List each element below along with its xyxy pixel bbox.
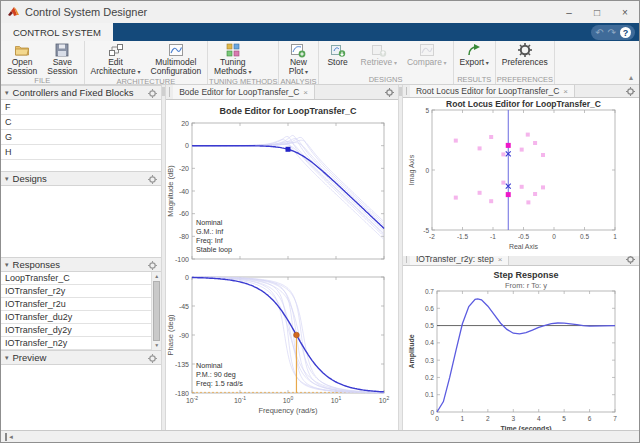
svg-text:0.4: 0.4	[425, 339, 434, 346]
list-item-h[interactable]: H	[1, 145, 161, 160]
list-item-iotransfer_n2y[interactable]: IOTransfer_n2y	[1, 337, 151, 350]
gear-icon[interactable]	[148, 256, 157, 274]
svg-text:-90: -90	[179, 332, 189, 339]
svg-text:-40: -40	[179, 188, 189, 195]
new-plot-button[interactable]: NewPlot ▾	[280, 41, 316, 77]
button-label: Plot ▾	[289, 67, 308, 77]
edit-architecture-button[interactable]: EditArchitecture ▾	[86, 41, 146, 77]
matlab-logo-icon	[7, 6, 20, 18]
scrollbar[interactable]: ▲▼	[151, 272, 161, 350]
collapse-section-icon[interactable]: ▾	[5, 261, 9, 269]
minimize-button[interactable]: –	[555, 1, 583, 23]
scroll-down-icon[interactable]: ▼	[152, 341, 161, 350]
svg-text:Bode Editor for LoopTransfer_C: Bode Editor for LoopTransfer_C	[220, 106, 358, 116]
list-item-c[interactable]: C	[1, 115, 161, 130]
collapse-ribbon-icon[interactable]: ▴	[629, 73, 639, 84]
tab-bode-editor[interactable]: Bode Editor for LoopTransfer_C ×	[173, 85, 315, 99]
scroll-thumb[interactable]	[153, 281, 160, 341]
bode-plot[interactable]: Bode Editor for LoopTransfer_C200-20-40-…	[166, 100, 397, 430]
preferences-button[interactable]: Preferences	[497, 41, 553, 75]
window-title: Control System Designer	[25, 6, 555, 18]
svg-text:-100: -100	[175, 256, 189, 263]
list-item-g[interactable]: G	[1, 130, 161, 145]
bode-editor-panel: Bode Editor for LoopTransfer_C × Bode Ed…	[166, 85, 398, 430]
svg-text:1: 1	[461, 415, 465, 422]
splitter-handle-icon[interactable]	[399, 87, 402, 96]
svg-text:G.M.: inf: G.M.: inf	[196, 227, 223, 236]
svg-text:P.M.: 90 deg: P.M.: 90 deg	[196, 370, 236, 379]
root-locus-figure: Root Locus Editor for LoopTransfer_C-2-1…	[403, 98, 639, 256]
tuning-methods-button[interactable]: TuningMethods ▾	[209, 41, 256, 77]
svg-text:4: 4	[537, 415, 541, 422]
svg-text:102: 102	[379, 395, 390, 404]
export-button[interactable]: Export ▾	[455, 41, 494, 75]
collapse-section-icon[interactable]: ▾	[5, 175, 9, 183]
section-header-designs[interactable]: ▾Designs	[1, 171, 161, 186]
bode-tab-bar: Bode Editor for LoopTransfer_C ×	[166, 85, 398, 100]
svg-text:-20: -20	[179, 165, 189, 172]
list-item-looptransfer_c[interactable]: LoopTransfer_C	[1, 272, 151, 285]
title-bar: Control System Designer – □ ×	[1, 1, 639, 23]
tab-control-system[interactable]: CONTROL SYSTEM	[1, 23, 113, 41]
multimodel-configuration-button[interactable]: MultimodelConfiguration	[146, 41, 207, 77]
svg-text:Magnitude (dB): Magnitude (dB)	[166, 165, 175, 217]
svg-text:-1.5: -1.5	[457, 233, 469, 240]
svg-text:101: 101	[331, 395, 342, 404]
svg-text:0.2: 0.2	[425, 374, 434, 381]
section-title: Preview	[13, 352, 149, 363]
drag-handle-icon[interactable]	[404, 87, 407, 95]
gear-icon[interactable]	[385, 85, 398, 99]
section-header-responses[interactable]: ▾Responses	[1, 257, 161, 272]
close-tab-icon[interactable]: ×	[303, 88, 308, 97]
svg-text:0.5: 0.5	[425, 322, 434, 329]
list-item-iotransfer_r2y[interactable]: IOTransfer_r2y	[1, 285, 151, 298]
svg-text:Stable loop: Stable loop	[196, 245, 232, 254]
svg-text:0: 0	[185, 142, 189, 149]
gear-icon[interactable]	[148, 349, 157, 367]
toolbar-group-preferences: PreferencesPREFERENCES	[496, 41, 555, 84]
button-label: Preferences	[502, 58, 548, 67]
svg-text:-135: -135	[175, 361, 189, 368]
step-response-plot[interactable]: Step ResponseFrom: r To: y0123456700.10.…	[403, 266, 639, 430]
redo-icon[interactable]: ↷	[608, 28, 616, 38]
undo-icon[interactable]: ↶	[595, 28, 603, 38]
list-item-iotransfer_r2u[interactable]: IOTransfer_r2u	[1, 298, 151, 311]
close-tab-icon[interactable]: ×	[563, 87, 568, 96]
preferences-icon	[517, 42, 533, 58]
drag-handle-icon[interactable]	[167, 87, 170, 97]
root-locus-plot[interactable]: Root Locus Editor for LoopTransfer_C-2-1…	[403, 98, 639, 252]
store-icon	[330, 42, 346, 58]
gear-icon[interactable]	[148, 170, 157, 188]
edit-architecture-icon	[108, 42, 124, 58]
svg-text:-45: -45	[179, 303, 189, 310]
close-button[interactable]: ×	[611, 1, 639, 23]
gear-icon[interactable]	[626, 85, 639, 97]
section-header-controllers-and-fixed-blocks[interactable]: ▾Controllers and Fixed Blocks	[1, 85, 161, 100]
help-icon[interactable]: ?	[620, 27, 631, 38]
splitter-handle-icon[interactable]	[162, 87, 165, 96]
store-button[interactable]: Store	[320, 41, 356, 75]
list-item-iotransfer_du2y[interactable]: IOTransfer_du2y	[1, 311, 151, 324]
dropdown-arrow-icon: ▾	[136, 69, 141, 75]
save-session-button[interactable]: SaveSession	[42, 41, 82, 76]
svg-text:2: 2	[486, 415, 490, 422]
maximize-button[interactable]: □	[583, 1, 611, 23]
toolbar-group-file: OpenSessionSaveSessionFILE	[1, 41, 85, 84]
svg-text:Freq: 1.5 rad/s: Freq: 1.5 rad/s	[196, 379, 243, 388]
collapse-browser-icon[interactable]: ◄	[5, 433, 14, 441]
step-response-panel: IOTransfer_r2y: step × Step ResponseFrom…	[403, 253, 639, 430]
collapse-section-icon[interactable]: ▾	[5, 354, 9, 362]
scroll-up-icon[interactable]: ▲	[152, 272, 161, 281]
drag-handle-icon[interactable]	[404, 255, 407, 263]
collapse-section-icon[interactable]: ▾	[5, 89, 9, 97]
toolbar-group-designs: StoreRetrieve ▾Compare ▾DESIGNS	[319, 41, 454, 84]
svg-text:Freq: Inf: Freq: Inf	[196, 236, 223, 245]
open-session-button[interactable]: OpenSession	[2, 41, 42, 76]
section-header-preview[interactable]: ▾Preview	[1, 350, 161, 365]
list-item-f[interactable]: F	[1, 100, 161, 115]
section-list-preview	[1, 365, 161, 430]
dropdown-arrow-icon: ▾	[484, 60, 489, 66]
tab-root-locus[interactable]: Root Locus Editor for LoopTransfer_C ×	[410, 85, 575, 97]
svg-text:Amplitude: Amplitude	[408, 334, 416, 368]
list-item-iotransfer_dy2y[interactable]: IOTransfer_dy2y	[1, 324, 151, 337]
